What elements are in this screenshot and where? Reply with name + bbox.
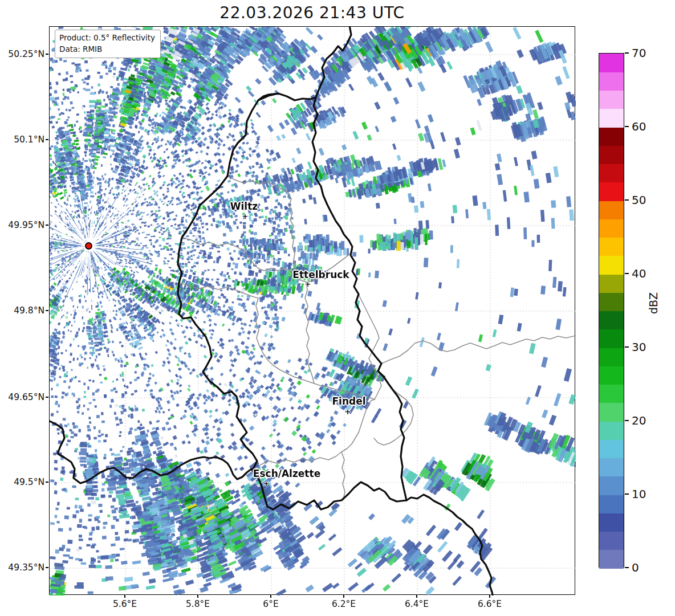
colorbar-band bbox=[599, 550, 624, 569]
city-marker: + bbox=[242, 212, 249, 221]
city-marker: + bbox=[263, 479, 270, 488]
radar-map-canvas bbox=[50, 27, 576, 595]
colorbar-tick-label: 20 bbox=[632, 414, 646, 427]
colorbar-band bbox=[599, 219, 624, 238]
y-tick-mark bbox=[46, 567, 48, 568]
colorbar-band bbox=[599, 201, 624, 219]
colorbar-band bbox=[599, 348, 624, 366]
x-tick-mark bbox=[343, 595, 344, 598]
colorbar-band bbox=[599, 145, 624, 164]
city-marker: + bbox=[305, 280, 311, 288]
colorbar-band bbox=[599, 54, 624, 72]
colorbar-band bbox=[599, 72, 624, 91]
colorbar-tick-mark bbox=[625, 346, 629, 348]
y-tick-mark bbox=[46, 225, 48, 226]
x-tick-mark bbox=[489, 595, 490, 598]
y-tick-label: 49.35°N bbox=[8, 562, 44, 573]
y-tick-label: 49.95°N bbox=[8, 220, 44, 230]
colorbar-band bbox=[599, 532, 624, 550]
city-label: Ettelbruck bbox=[292, 269, 349, 280]
colorbar-tick-label: 40 bbox=[632, 267, 646, 280]
colorbar-tick-mark bbox=[625, 493, 629, 495]
x-tick-mark bbox=[270, 595, 271, 598]
x-tick-mark bbox=[416, 595, 417, 598]
x-tick-mark bbox=[197, 595, 198, 598]
colorbar-tick-label: 60 bbox=[632, 120, 646, 133]
colorbar-tick-mark bbox=[625, 567, 629, 568]
colorbar-tick-mark bbox=[625, 420, 629, 421]
reflectivity-colorbar bbox=[599, 53, 624, 568]
radar-figure: 22.03.2026 21:43 UTC Product: 0.5° Refle… bbox=[0, 0, 675, 616]
data-source-line: Data: RMIB bbox=[59, 43, 155, 55]
colorbar-band bbox=[599, 164, 624, 183]
colorbar-band bbox=[599, 329, 624, 348]
colorbar-band bbox=[599, 403, 624, 422]
colorbar-band bbox=[599, 421, 624, 440]
colorbar-unit-label: dBZ bbox=[647, 292, 660, 314]
y-tick-mark bbox=[46, 310, 48, 311]
colorbar-tick-mark bbox=[625, 52, 629, 54]
colorbar-band bbox=[599, 458, 624, 477]
plot-title: 22.03.2026 21:43 UTC bbox=[49, 3, 575, 22]
city-label: Esch/Alzette bbox=[253, 468, 320, 479]
colorbar-band bbox=[599, 274, 624, 293]
radar-site-marker bbox=[85, 242, 92, 250]
x-tick-label: 6.6°E bbox=[478, 599, 502, 609]
y-tick-label: 50.1°N bbox=[14, 134, 44, 145]
product-line: Product: 0.5° Reflectivity bbox=[59, 32, 155, 43]
colorbar-band bbox=[599, 91, 624, 109]
colorbar-band bbox=[599, 366, 624, 385]
x-tick-label: 6.4°E bbox=[405, 599, 429, 609]
colorbar-band bbox=[599, 385, 624, 403]
colorbar-tick-mark bbox=[625, 199, 629, 201]
x-tick-label: 6.2°E bbox=[332, 599, 356, 609]
y-tick-mark bbox=[46, 139, 48, 140]
colorbar-tick-label: 10 bbox=[632, 487, 646, 501]
y-tick-label: 49.8°N bbox=[14, 305, 44, 316]
y-tick-mark bbox=[46, 482, 48, 483]
colorbar-band bbox=[599, 439, 624, 458]
colorbar-band bbox=[599, 292, 624, 311]
product-info-box: Product: 0.5° Reflectivity Data: RMIB bbox=[55, 30, 161, 58]
map-plot-area[interactable] bbox=[49, 26, 575, 595]
colorbar-band bbox=[599, 109, 624, 128]
colorbar-band bbox=[599, 513, 624, 532]
y-tick-label: 49.65°N bbox=[8, 392, 44, 402]
colorbar-band bbox=[599, 238, 624, 256]
y-tick-label: 50.25°N bbox=[8, 49, 44, 59]
colorbar-tick-label: 0 bbox=[632, 561, 639, 574]
colorbar-tick-mark bbox=[625, 126, 629, 127]
y-tick-label: 49.5°N bbox=[14, 477, 44, 487]
colorbar-band bbox=[599, 311, 624, 330]
colorbar-band bbox=[599, 127, 624, 146]
city-label: Findel bbox=[332, 395, 365, 407]
x-tick-label: 5.8°E bbox=[186, 599, 210, 609]
x-tick-mark bbox=[124, 595, 125, 598]
city-label: Wiltz bbox=[230, 201, 258, 212]
colorbar-tick-label: 30 bbox=[632, 340, 646, 354]
x-tick-label: 6°E bbox=[263, 599, 278, 609]
colorbar-tick-mark bbox=[625, 273, 629, 274]
city-marker: + bbox=[345, 407, 351, 416]
y-tick-mark bbox=[46, 397, 48, 398]
colorbar-tick-label: 50 bbox=[632, 193, 646, 207]
x-tick-label: 5.6°E bbox=[113, 599, 137, 609]
colorbar-band bbox=[599, 495, 624, 513]
colorbar-band bbox=[599, 476, 624, 495]
colorbar-band bbox=[599, 256, 624, 275]
colorbar-band bbox=[599, 182, 624, 201]
y-tick-mark bbox=[46, 54, 48, 55]
colorbar-tick-label: 70 bbox=[632, 46, 646, 60]
